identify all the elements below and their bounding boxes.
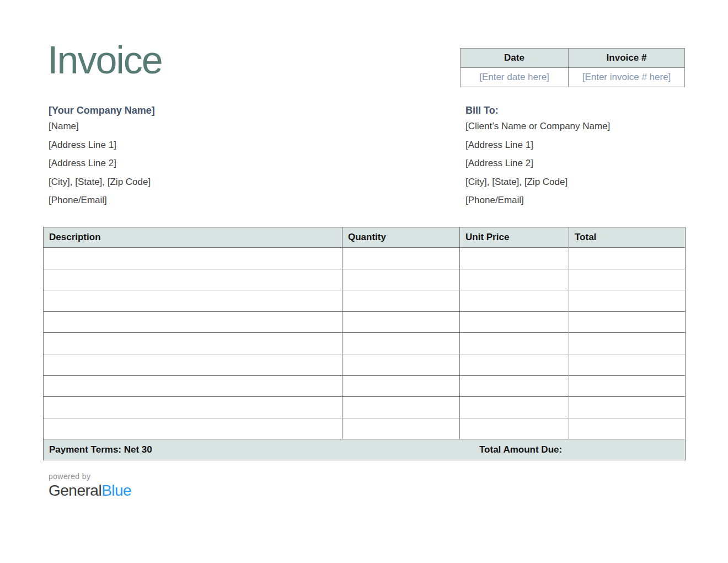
bill-to-heading: Bill To: bbox=[465, 104, 703, 117]
brand-wordmark: GeneralBlue bbox=[49, 482, 131, 500]
item-cell[interactable] bbox=[342, 354, 460, 375]
client-city-state-zip[interactable]: [City], [State], [Zip Code] bbox=[465, 173, 703, 192]
column-header-description: Description bbox=[44, 227, 342, 248]
item-cell[interactable] bbox=[44, 248, 342, 269]
item-cell[interactable] bbox=[460, 418, 569, 439]
item-cell[interactable] bbox=[569, 333, 686, 354]
item-row bbox=[44, 333, 686, 354]
page-title: Invoice bbox=[47, 41, 162, 79]
items-header-row: Description Quantity Unit Price Total bbox=[44, 227, 686, 248]
meta-value-row: [Enter date here] [Enter invoice # here] bbox=[461, 68, 685, 87]
column-header-unit-price: Unit Price bbox=[460, 227, 569, 248]
company-address-line-1[interactable]: [Address Line 1] bbox=[49, 136, 286, 155]
item-cell[interactable] bbox=[342, 311, 460, 333]
company-address-line-2[interactable]: [Address Line 2] bbox=[49, 154, 286, 173]
item-cell[interactable] bbox=[342, 397, 460, 418]
item-row bbox=[44, 269, 686, 290]
item-cell[interactable] bbox=[569, 418, 686, 439]
item-cell[interactable] bbox=[342, 333, 460, 354]
item-cell[interactable] bbox=[569, 311, 686, 333]
company-name-heading[interactable]: [Your Company Name] bbox=[49, 104, 286, 117]
item-row bbox=[44, 418, 686, 439]
item-cell[interactable] bbox=[569, 269, 686, 290]
item-cell[interactable] bbox=[342, 418, 460, 439]
item-row bbox=[44, 354, 686, 375]
item-row bbox=[44, 248, 686, 269]
company-city-state-zip[interactable]: [City], [State], [Zip Code] bbox=[49, 173, 286, 192]
item-cell[interactable] bbox=[44, 375, 342, 397]
item-cell[interactable] bbox=[460, 248, 569, 269]
item-cell[interactable] bbox=[342, 375, 460, 397]
client-name[interactable]: [Client’s Name or Company Name] bbox=[465, 117, 703, 136]
client-phone-email[interactable]: [Phone/Email] bbox=[465, 191, 703, 210]
brand-word-general: General bbox=[49, 482, 101, 499]
company-phone-email[interactable]: [Phone/Email] bbox=[49, 191, 286, 210]
item-cell[interactable] bbox=[44, 333, 342, 354]
item-cell[interactable] bbox=[460, 269, 569, 290]
item-cell[interactable] bbox=[44, 397, 342, 418]
item-cell[interactable] bbox=[569, 397, 686, 418]
date-field[interactable]: [Enter date here] bbox=[461, 68, 569, 87]
powered-by-text: powered by bbox=[49, 471, 131, 481]
items-table-body bbox=[44, 248, 686, 439]
item-cell[interactable] bbox=[569, 248, 686, 269]
item-cell[interactable] bbox=[460, 354, 569, 375]
item-cell[interactable] bbox=[342, 269, 460, 290]
items-table: Description Quantity Unit Price Total Pa… bbox=[43, 227, 686, 460]
company-info-block: [Your Company Name] [Name] [Address Line… bbox=[49, 104, 286, 210]
item-cell[interactable] bbox=[569, 354, 686, 375]
item-cell[interactable] bbox=[44, 354, 342, 375]
item-row bbox=[44, 311, 686, 333]
item-cell[interactable] bbox=[460, 333, 569, 354]
date-column-header: Date bbox=[461, 49, 569, 68]
column-header-quantity: Quantity bbox=[342, 227, 460, 248]
item-cell[interactable] bbox=[569, 290, 686, 312]
bill-to-block: Bill To: [Client’s Name or Company Name]… bbox=[465, 104, 703, 210]
item-cell[interactable] bbox=[342, 290, 460, 312]
payment-terms-label: Payment Terms: Net 30 bbox=[49, 444, 152, 455]
item-cell[interactable] bbox=[460, 397, 569, 418]
meta-header-row: Date Invoice # bbox=[461, 49, 685, 68]
item-row bbox=[44, 290, 686, 312]
item-row bbox=[44, 397, 686, 418]
item-row bbox=[44, 375, 686, 397]
item-cell[interactable] bbox=[44, 418, 342, 439]
invoice-meta-table: Date Invoice # [Enter date here] [Enter … bbox=[460, 48, 685, 87]
invoice-number-field[interactable]: [Enter invoice # here] bbox=[569, 68, 685, 87]
item-cell[interactable] bbox=[44, 269, 342, 290]
brand-word-blue: Blue bbox=[101, 482, 131, 499]
item-cell[interactable] bbox=[460, 375, 569, 397]
generalblue-logo[interactable]: powered by GeneralBlue bbox=[49, 471, 131, 500]
total-amount-due-label: Total Amount Due: bbox=[479, 439, 562, 460]
company-contact-name[interactable]: [Name] bbox=[49, 117, 286, 136]
item-cell[interactable] bbox=[342, 248, 460, 269]
invoice-number-column-header: Invoice # bbox=[569, 49, 685, 68]
column-header-total: Total bbox=[569, 227, 686, 248]
item-cell[interactable] bbox=[460, 311, 569, 333]
item-cell[interactable] bbox=[460, 290, 569, 312]
item-cell[interactable] bbox=[569, 375, 686, 397]
items-footer-row: Payment Terms: Net 30 Total Amount Due: bbox=[44, 439, 686, 460]
client-address-line-1[interactable]: [Address Line 1] bbox=[465, 136, 703, 155]
items-footer-cell: Payment Terms: Net 30 Total Amount Due: bbox=[44, 439, 686, 460]
item-cell[interactable] bbox=[44, 290, 342, 312]
client-address-line-2[interactable]: [Address Line 2] bbox=[465, 154, 703, 173]
item-cell[interactable] bbox=[44, 311, 342, 333]
